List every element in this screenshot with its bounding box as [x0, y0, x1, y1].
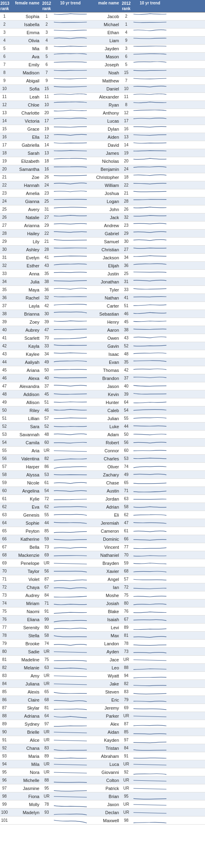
cell-rank: 52: [0, 424, 9, 429]
cell-female-rank: 41: [41, 255, 52, 260]
cell-female-trend: [52, 53, 88, 60]
cell-rank: 66: [0, 536, 9, 542]
cell-female-trend: [52, 720, 88, 728]
cell-female-rank: UR: [41, 738, 52, 742]
cell-male-name: Jordan: [88, 496, 121, 502]
cell-female-name: Serenity: [9, 625, 41, 630]
cell-male-trend: [132, 351, 168, 358]
cell-rank: 14: [0, 118, 9, 123]
cell-female-rank: 63: [41, 665, 52, 670]
cell-male-trend: [132, 13, 168, 20]
cell-male-name: Tyler: [88, 287, 121, 293]
table-row: 77 Serenity 80 Levi 89: [0, 624, 205, 632]
cell-male-name: Jackson: [88, 255, 121, 261]
cell-female-rank: 97: [41, 722, 52, 726]
cell-male-rank: 58: [121, 505, 132, 509]
cell-female-rank: 75: [41, 657, 52, 662]
cell-male-trend: [132, 21, 168, 28]
table-row: 31 Evelyn 41 Jackson 34: [0, 254, 205, 262]
cell-female-trend: [52, 624, 88, 631]
table-row: 76 Eliana 99 Isaiah 67: [0, 616, 205, 624]
cell-rank: 28: [0, 231, 9, 236]
cell-female-rank: 85: [41, 529, 52, 533]
cell-female-name: Aaliyah: [9, 359, 41, 365]
cell-male-rank: 8: [121, 103, 132, 107]
cell-female-name: Ashley: [9, 247, 41, 252]
table-row: 75 Naomi 91 Blake 76: [0, 607, 205, 616]
cell-male-name: Dylan: [88, 126, 121, 132]
cell-female-rank: 54: [41, 488, 52, 493]
cell-male-name: Liam: [88, 38, 121, 43]
cell-female-trend: [52, 150, 88, 157]
cell-female-name: Skylar: [9, 705, 41, 711]
cell-male-name: Jacob: [88, 14, 121, 19]
table-row: 64 Sophie 44 Jeremiah 47: [0, 519, 205, 527]
cell-male-trend: [132, 343, 168, 350]
cell-female-name: Victoria: [9, 118, 41, 124]
table-row: 43 Kaylee 34 Isaac 48: [0, 350, 205, 358]
cell-female-rank: 28: [41, 247, 52, 252]
cell-rank: 61: [0, 496, 9, 501]
cell-female-rank: 29: [41, 223, 52, 228]
cell-male-name: Connor: [88, 448, 121, 453]
cell-male-trend: [132, 45, 168, 52]
cell-female-trend: [52, 21, 88, 28]
cell-male-name: Daniel: [88, 86, 121, 92]
cell-female-rank: 80: [41, 625, 52, 630]
cell-female-trend: [52, 769, 88, 776]
cell-male-name: Benjamin: [88, 166, 121, 172]
table-row: 90 Brielle UR Aidan 85: [0, 728, 205, 736]
cell-male-rank: 21: [121, 191, 132, 195]
cell-male-name: Mason: [88, 54, 121, 60]
cell-male-name: Aidan: [88, 729, 121, 735]
table-row: 92 Chana 83 Tristan 84: [0, 744, 205, 752]
table-row: 47 Alexandra 37 Jason 40: [0, 382, 205, 390]
cell-female-name: Claire: [9, 697, 41, 703]
cell-rank: 7: [0, 62, 9, 67]
cell-female-name: Alyssa: [9, 472, 41, 478]
cell-male-trend: [132, 592, 168, 599]
cell-female-rank: 93: [41, 810, 52, 815]
cell-female-name: Sara: [9, 424, 41, 429]
cell-female-rank: 61: [41, 480, 52, 485]
cell-male-name: Joseph: [88, 62, 121, 68]
cell-female-trend: [52, 680, 88, 687]
cell-male-rank: 91: [121, 754, 132, 758]
cell-male-rank: 28: [121, 199, 132, 203]
cell-male-name: Colton: [88, 778, 121, 783]
cell-male-trend: [132, 809, 168, 816]
cell-female-name: Sophia: [9, 14, 41, 19]
cell-female-trend: [52, 576, 88, 583]
cell-male-name: Jonathan: [88, 279, 121, 285]
cell-male-trend: [132, 560, 168, 567]
table-row: 74 Miriam 71 Josiah 80: [0, 599, 205, 607]
table-row: 63 Genesis 55 Eli 62: [0, 511, 205, 519]
cell-rank: 84: [0, 681, 9, 686]
cell-rank: 40: [0, 327, 9, 332]
cell-female-rank: 18: [41, 159, 52, 163]
cell-female-trend: [52, 246, 88, 253]
cell-female-trend: [52, 664, 88, 671]
cell-male-trend: [132, 793, 168, 800]
cell-rank: 64: [0, 520, 9, 525]
table-row: 91 Alice UR Kayden 97: [0, 736, 205, 744]
cell-male-rank: 46: [121, 312, 132, 316]
cell-male-trend: [132, 415, 168, 422]
cell-male-trend: [132, 672, 168, 679]
cell-male-name: Parker: [88, 713, 121, 719]
cell-rank: 9: [0, 78, 9, 83]
cell-rank: 44: [0, 359, 9, 365]
cell-male-trend: [132, 584, 168, 591]
cell-male-name: Kayden: [88, 737, 121, 743]
cell-female-rank: 16: [41, 167, 52, 171]
cell-male-rank: 24: [121, 167, 132, 171]
cell-rank: 34: [0, 279, 9, 284]
cell-female-trend: [52, 495, 88, 503]
main-container: 2013 rank female name 2012 rank 10 yr tr…: [0, 0, 205, 825]
table-row: 44 Aaliyah 49 Evan 35: [0, 358, 205, 366]
cell-female-name: Grace: [9, 126, 41, 132]
cell-female-rank: 31: [41, 207, 52, 211]
cell-female-trend: [52, 125, 88, 133]
cell-male-rank: 36: [121, 263, 132, 268]
cell-female-rank: 22: [41, 231, 52, 236]
